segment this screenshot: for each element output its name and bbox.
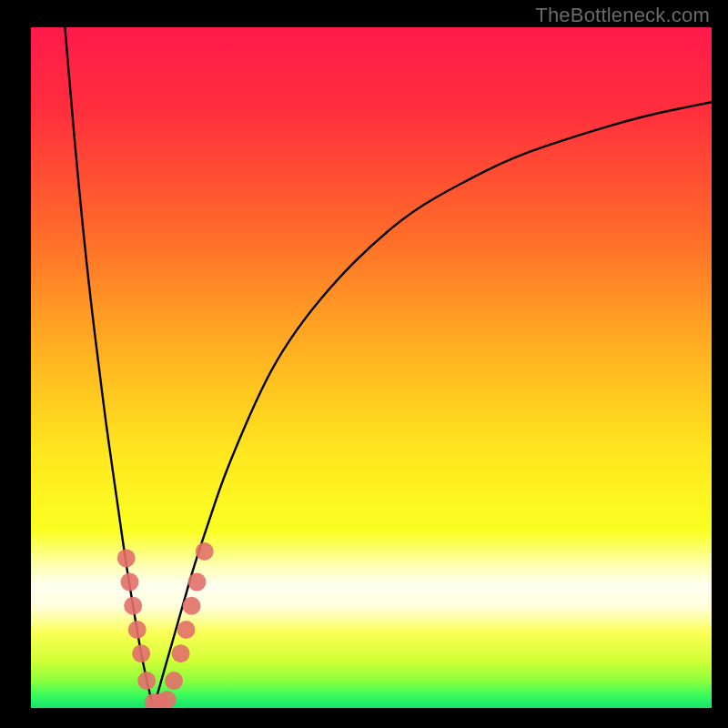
- data-marker: [172, 644, 190, 662]
- data-marker: [158, 691, 177, 708]
- data-marker: [128, 621, 147, 639]
- data-marker: [188, 573, 207, 592]
- data-marker: [124, 597, 142, 615]
- watermark-text: TheBottleneck.com: [535, 4, 710, 27]
- data-marker: [117, 549, 136, 567]
- data-marker: [183, 597, 201, 615]
- plot-area: [31, 27, 712, 708]
- data-marker: [132, 644, 150, 662]
- data-marker: [120, 573, 138, 592]
- data-marker: [165, 672, 183, 690]
- data-marker: [177, 621, 196, 639]
- bottleneck-curve: [31, 27, 712, 708]
- data-marker: [137, 672, 156, 690]
- data-marker: [196, 542, 214, 561]
- curve-right-branch: [154, 102, 712, 708]
- chart-frame: TheBottleneck.com: [0, 0, 728, 728]
